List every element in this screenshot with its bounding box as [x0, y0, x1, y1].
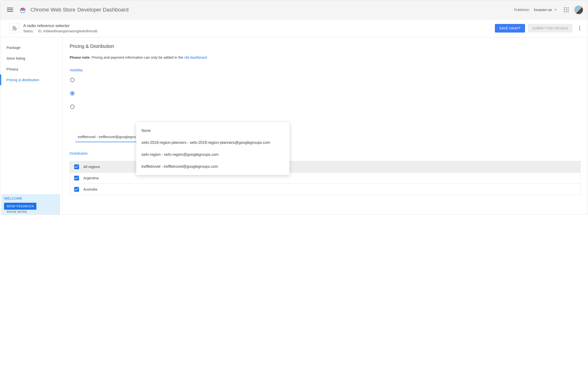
item-title: A radio reference selector	[23, 23, 97, 28]
toast-title: WELCOME	[4, 197, 57, 200]
checkbox-checked-icon[interactable]	[74, 187, 79, 192]
show-more-button[interactable]: SHOW MORE	[6, 210, 27, 214]
radio-selected-icon[interactable]	[70, 91, 74, 96]
visibility-option-2[interactable]	[70, 91, 581, 96]
region-label: Australia	[83, 187, 97, 191]
title-light: Developer Dashboard	[77, 7, 128, 13]
submit-review-button[interactable]: Submit for Review	[528, 24, 572, 33]
sidebar-item-privacy[interactable]: Privacy	[0, 64, 62, 74]
more-icon[interactable]	[576, 26, 583, 30]
note-bold: Please note	[70, 55, 89, 59]
id-value: imbkeeibioanppnoaomjpkokolhincdd	[43, 29, 97, 33]
sidebar-item-pricing-distribution[interactable]: Pricing & distribution	[0, 74, 62, 85]
old-dashboard-link[interactable]: old dashboard	[184, 55, 207, 59]
avatar[interactable]	[574, 5, 583, 14]
publisher-select[interactable]: funastor-se	[534, 8, 557, 12]
publisher-value: funastor-se	[534, 8, 552, 12]
title-strong: Chrome Web Store	[30, 7, 75, 13]
svg-point-2	[22, 10, 23, 11]
visibility-label: Visibility	[70, 68, 581, 72]
status-label: Status:	[23, 29, 34, 33]
checkbox-checked-icon[interactable]	[74, 164, 79, 169]
publisher-label: Publisher:	[514, 8, 530, 12]
extension-icon	[9, 23, 19, 33]
send-feedback-button[interactable]: SEND FEEDBACK	[4, 203, 36, 210]
save-draft-button[interactable]: Save Draft	[495, 24, 525, 33]
menu-item-treffletrovel[interactable]: treffletrovel - treffletrovel@googlegrou…	[136, 161, 290, 173]
item-bar: A radio reference selector Status: ID: i…	[0, 20, 588, 37]
welcome-toast: WELCOME SEND FEEDBACK SHOW MORE	[1, 194, 60, 214]
visibility-option-1[interactable]	[70, 78, 581, 82]
payment-note: Please note: Pricing and payment informa…	[70, 55, 581, 59]
region-label: All regions	[83, 165, 100, 169]
group-dropdown-menu: None sefo-2018-region-planners - sefo-20…	[136, 122, 290, 175]
radio-icon[interactable]	[70, 105, 74, 109]
visibility-option-3[interactable]	[70, 105, 581, 109]
sidebar-item-package[interactable]: Package	[0, 42, 62, 53]
main-heading: Pricing & Distribution	[70, 43, 581, 49]
page-title: Chrome Web Store Developer Dashboard	[30, 7, 128, 13]
menu-icon[interactable]	[7, 7, 13, 13]
sidebar: Package Store listing Privacy Pricing & …	[0, 37, 63, 210]
menu-item-sefo-2018[interactable]: sefo-2018-region-planners - sefo-2018-re…	[136, 137, 290, 149]
region-row[interactable]: Australia	[70, 183, 580, 195]
google-apps-icon[interactable]	[564, 7, 569, 12]
app-header: Chrome Web Store Developer Dashboard Pub…	[0, 0, 588, 20]
main-content: Pricing & Distribution Please note: Pric…	[63, 37, 588, 210]
chrome-webstore-logo	[19, 6, 26, 13]
sidebar-item-store-listing[interactable]: Store listing	[0, 53, 62, 64]
menu-item-sefo-region[interactable]: sefo-region - sefo-region@googlegroups.c…	[136, 149, 290, 161]
id-label: ID:	[38, 29, 42, 33]
dropdown-icon	[554, 9, 557, 11]
visibility-radio-group	[70, 78, 581, 109]
checkbox-checked-icon[interactable]	[74, 176, 79, 181]
radio-icon[interactable]	[70, 78, 74, 82]
region-label: Argentina	[83, 176, 99, 180]
menu-item-none[interactable]: None	[136, 125, 290, 137]
note-text: : Pricing and payment information can on…	[89, 55, 184, 59]
